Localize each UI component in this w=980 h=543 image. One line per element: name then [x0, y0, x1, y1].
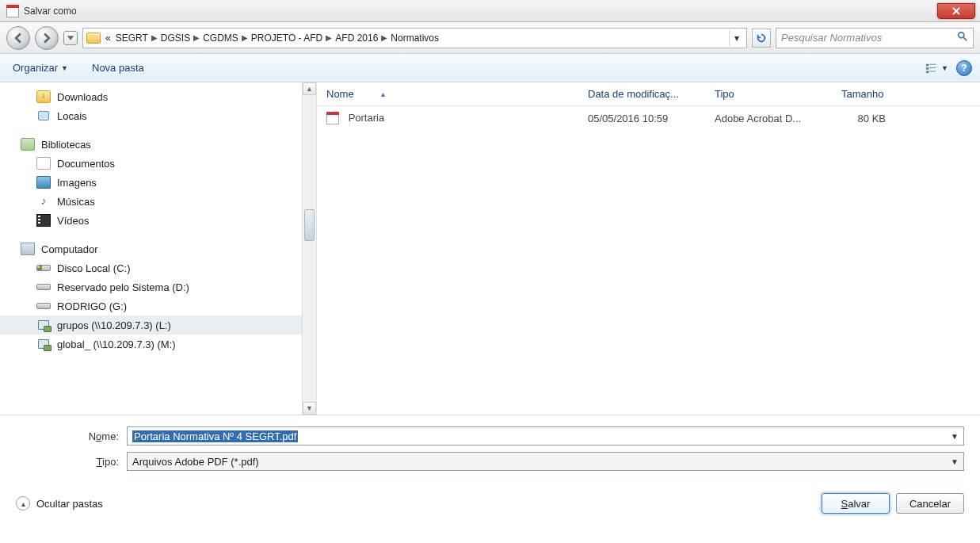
tree-label: Disco Local (C:)	[57, 262, 130, 274]
tree-music[interactable]: Músicas	[0, 192, 316, 211]
file-size: 80 KB	[858, 113, 886, 124]
folder-icon	[86, 33, 101, 44]
filename-dropdown[interactable]: ▼	[948, 429, 962, 443]
svg-rect-5	[926, 71, 929, 73]
crumb-5[interactable]: Normativos	[391, 33, 439, 44]
column-headers: Nome ▴ Data de modificaç... Tipo Tamanho	[317, 82, 980, 106]
col-date[interactable]: Data de modificaç...	[578, 88, 705, 100]
forward-button[interactable]	[35, 26, 59, 50]
crumb-1[interactable]: DGSIS	[161, 33, 190, 44]
refresh-button[interactable]	[752, 29, 771, 48]
network-drive-icon	[36, 319, 51, 331]
search-icon	[957, 31, 968, 44]
col-label: Nome	[326, 88, 354, 100]
svg-rect-2	[929, 63, 936, 64]
libraries-icon	[21, 138, 35, 151]
downloads-icon	[36, 90, 51, 103]
search-placeholder: Pesquisar Normativos	[781, 32, 882, 44]
breadcrumb-path[interactable]: « SEGRT▶ DGSIS▶ CGDMS▶ PROJETO - AFD▶ AF…	[82, 28, 747, 48]
filetype-value: Arquivos Adobe PDF (*.pdf)	[132, 456, 259, 468]
computer-icon	[21, 243, 35, 255]
chevron-right-icon: ▶	[242, 33, 248, 42]
tree-downloads[interactable]: Downloads	[0, 87, 316, 106]
organize-button[interactable]: Organizar ▼	[8, 59, 73, 77]
filetype-select[interactable]: Arquivos Adobe PDF (*.pdf) ▼	[127, 452, 964, 471]
tree-drive-g[interactable]: RODRIGO (G:)	[0, 296, 316, 315]
search-input[interactable]: Pesquisar Normativos	[776, 28, 974, 48]
filename-input[interactable]: Portaria Normativa Nº 4 SEGRT.pdf ▼	[127, 426, 964, 445]
tree-computer[interactable]: Computador	[0, 239, 316, 258]
filetype-dropdown[interactable]: ▼	[948, 454, 962, 468]
file-row[interactable]: Portaria 05/05/2016 10:59 Adobe Acrobat …	[317, 106, 980, 130]
col-name[interactable]: Nome ▴	[317, 88, 578, 100]
folder-tree[interactable]: Downloads Locais Bibliotecas Documentos …	[0, 82, 317, 415]
toolbar: Organizar ▼ Nova pasta ▼ ?	[0, 54, 980, 82]
video-icon	[36, 214, 51, 227]
back-button[interactable]	[6, 26, 30, 50]
tree-label: RODRIGO (G:)	[57, 300, 127, 312]
organize-label: Organizar	[13, 62, 58, 74]
hide-folders-toggle[interactable]: ▴	[16, 496, 30, 510]
save-fields: Nome: Portaria Normativa Nº 4 SEGRT.pdf …	[0, 415, 980, 480]
hdd-icon	[36, 262, 51, 274]
tree-drive-l[interactable]: grupos (\\10.209.7.3) (L:)	[0, 315, 316, 335]
network-drive-icon	[36, 338, 51, 350]
tree-label: Downloads	[57, 91, 108, 103]
crumb-0[interactable]: SEGRT	[116, 33, 148, 44]
path-dropdown[interactable]: ▾	[729, 30, 743, 46]
crumb-3[interactable]: PROJETO - AFD	[251, 33, 322, 44]
chevron-down-icon: ▼	[941, 64, 948, 72]
history-dropdown[interactable]	[63, 31, 78, 45]
file-date: 05/05/2016 10:59	[588, 113, 668, 124]
tree-label: Documentos	[57, 158, 115, 170]
tree-drive-d[interactable]: Reservado pelo Sistema (D:)	[0, 277, 316, 296]
chevron-right-icon: ▶	[381, 33, 387, 42]
crumb-2[interactable]: CGDMS	[203, 33, 238, 44]
filename-label: Nome:	[16, 430, 127, 442]
help-button[interactable]: ?	[956, 60, 972, 76]
crumb-4[interactable]: AFD 2016	[335, 33, 378, 44]
file-list: Nome ▴ Data de modificaç... Tipo Tamanho…	[317, 82, 980, 415]
new-folder-button[interactable]: Nova pasta	[87, 59, 149, 77]
tree-documents[interactable]: Documentos	[0, 154, 316, 173]
tree-label: Bibliotecas	[41, 139, 91, 151]
col-label: Tamanho	[841, 88, 883, 100]
window-title: Salvar como	[24, 6, 77, 17]
svg-rect-6	[929, 71, 936, 71]
svg-rect-3	[926, 67, 929, 70]
music-icon	[36, 195, 51, 208]
document-icon	[36, 157, 51, 170]
tree-label: Vídeos	[57, 215, 89, 227]
help-label: ?	[961, 63, 967, 74]
close-button[interactable]	[937, 3, 975, 19]
svg-point-0	[959, 33, 964, 38]
pdf-app-icon	[6, 5, 19, 17]
places-icon	[36, 109, 51, 122]
col-label: Tipo	[715, 88, 734, 100]
pdf-file-icon	[326, 112, 339, 124]
scroll-down-icon[interactable]: ▼	[303, 402, 316, 415]
nav-row: « SEGRT▶ DGSIS▶ CGDMS▶ PROJETO - AFD▶ AF…	[0, 22, 980, 54]
scroll-up-icon[interactable]: ▲	[303, 82, 316, 95]
path-prefix: «	[105, 33, 111, 44]
cancel-button[interactable]: Cancelar	[896, 493, 964, 514]
tree-label: Locais	[57, 110, 87, 122]
main-split: Downloads Locais Bibliotecas Documentos …	[0, 82, 980, 415]
tree-drive-m[interactable]: global_ (\\10.209.7.3) (M:)	[0, 335, 316, 354]
new-folder-label: Nova pasta	[92, 62, 144, 74]
tree-videos[interactable]: Vídeos	[0, 211, 316, 230]
save-button[interactable]: Salvar	[822, 493, 890, 514]
col-size[interactable]: Tamanho	[832, 88, 895, 100]
scroll-thumb[interactable]	[304, 209, 315, 241]
images-icon	[36, 176, 51, 189]
tree-libraries[interactable]: Bibliotecas	[0, 135, 316, 154]
file-name: Portaria	[349, 112, 385, 124]
col-type[interactable]: Tipo	[705, 88, 832, 100]
tree-scrollbar[interactable]: ▲ ▼	[302, 82, 316, 415]
view-mode-button[interactable]: ▼	[924, 63, 948, 74]
hide-folders-label[interactable]: Ocultar pastas	[36, 498, 103, 510]
tree-images[interactable]: Imagens	[0, 173, 316, 192]
tree-drive-c[interactable]: Disco Local (C:)	[0, 258, 316, 277]
tree-places[interactable]: Locais	[0, 106, 316, 125]
tree-label: Imagens	[57, 177, 97, 189]
